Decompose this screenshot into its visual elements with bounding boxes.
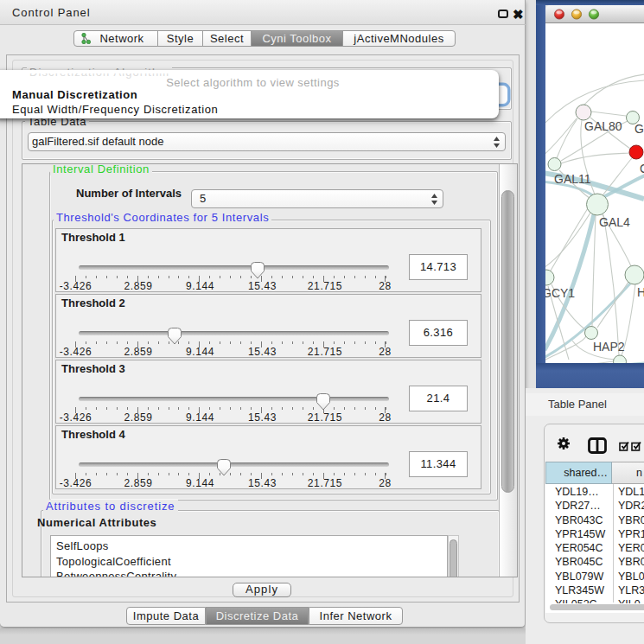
svg-text:GCY1: GCY1 (545, 286, 575, 300)
svg-text:G.: G. (634, 122, 644, 136)
svg-text:GAL80: GAL80 (584, 119, 622, 133)
svg-text:C: C (640, 162, 644, 175)
svg-text:H: H (637, 285, 644, 299)
svg-text:GAL11: GAL11 (554, 172, 591, 186)
svg-text:GAL4: GAL4 (599, 215, 630, 229)
svg-text:HAP2: HAP2 (593, 340, 625, 354)
